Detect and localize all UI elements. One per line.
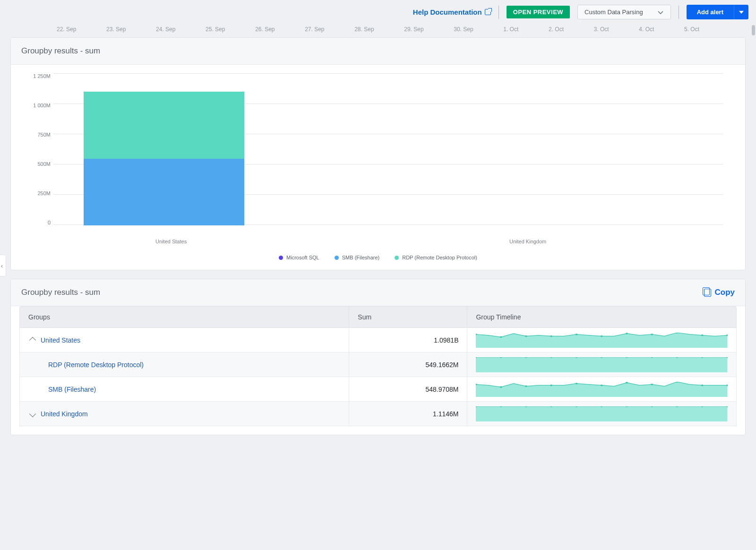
- table-header-row: Groups Sum Group Timeline: [19, 306, 737, 328]
- svg-point-25: [550, 384, 553, 386]
- date-tick: 29. Sep: [404, 26, 423, 33]
- y-tick: 500M: [21, 161, 51, 167]
- help-documentation-label: Help Documentation: [413, 8, 482, 16]
- date-tick: 30. Sep: [454, 26, 473, 33]
- svg-point-28: [626, 382, 628, 384]
- parsing-dropdown[interactable]: Custom Data Parsing: [577, 5, 671, 19]
- table-wrap: Groups Sum Group Timeline United States1…: [11, 306, 745, 435]
- table-row: United States1.0981B: [19, 328, 737, 352]
- legend-label: Microsoft SQL: [286, 255, 319, 260]
- table-cell-groups: RDP (Remote Desktop Protocol): [20, 352, 349, 377]
- open-preview-button[interactable]: OPEN PREVIEW: [507, 6, 570, 18]
- date-axis: 22. Sep23. Sep24. Sep25. Sep26. Sep27. S…: [0, 24, 756, 37]
- page-main: ‹ Groupby results - sum 1 250M1 000M750M…: [0, 37, 756, 454]
- y-tick: 250M: [21, 190, 51, 196]
- add-alert-button[interactable]: Add alert: [687, 5, 748, 19]
- table-column-groups[interactable]: Groups: [20, 307, 349, 327]
- svg-point-5: [601, 335, 603, 337]
- bar-stack[interactable]: [84, 92, 244, 225]
- table-cell-groups: SMB (Fileshare): [20, 377, 349, 401]
- table-column-sum[interactable]: Sum: [349, 307, 467, 327]
- svg-point-4: [576, 333, 578, 335]
- table-cell-groups: United Kingdom: [20, 402, 349, 426]
- sparkline[interactable]: [476, 333, 728, 348]
- add-alert-dropdown-toggle[interactable]: [734, 5, 748, 19]
- chart-panel-title: Groupby results - sum: [21, 46, 100, 56]
- table-cell-sum: 548.9708M: [349, 377, 467, 401]
- dropdown-selected: Custom Data Parsing: [584, 9, 643, 16]
- group-link[interactable]: United States: [41, 336, 80, 344]
- chevron-down-icon: [739, 11, 744, 14]
- date-tick: 2. Oct: [549, 26, 564, 33]
- x-label: United Kingdom: [509, 239, 546, 244]
- legend-label: RDP (Remote Desktop Protocol): [402, 255, 477, 260]
- legend-dot: [395, 256, 399, 260]
- table-panel-title: Groupby results - sum: [21, 288, 100, 297]
- legend-item[interactable]: SMB (Fileshare): [335, 255, 379, 260]
- chart-legend: Microsoft SQLSMB (Fileshare)RDP (Remote …: [21, 255, 735, 260]
- legend-dot: [279, 256, 283, 260]
- legend-dot: [335, 256, 339, 260]
- date-tick: 28. Sep: [354, 26, 374, 33]
- x-axis-labels: United StatesUnited Kingdom: [21, 239, 735, 247]
- table-cell-timeline: [467, 377, 736, 401]
- gridline: [53, 73, 723, 74]
- svg-point-3: [550, 335, 553, 337]
- scrollbar-thumb[interactable]: [752, 25, 755, 35]
- table-cell-sum: 1.0981B: [349, 328, 467, 352]
- x-label: United States: [155, 239, 187, 244]
- chevron-down-icon: [657, 9, 664, 16]
- chevron-down-icon[interactable]: [29, 410, 36, 417]
- svg-point-29: [651, 383, 653, 385]
- divider: [679, 6, 679, 19]
- svg-point-9: [701, 334, 704, 336]
- table-cell-groups: United States: [20, 328, 349, 352]
- table-cell-sum: 1.1146M: [349, 402, 467, 426]
- date-tick: 5. Oct: [684, 26, 699, 33]
- svg-point-26: [576, 382, 578, 384]
- external-link-icon: [485, 9, 491, 15]
- divider: [498, 6, 499, 19]
- group-link[interactable]: United Kingdom: [41, 410, 88, 418]
- svg-point-31: [701, 384, 704, 386]
- chart-panel-header: Groupby results - sum: [11, 38, 745, 65]
- chart-plot[interactable]: [53, 73, 723, 225]
- sparkline[interactable]: [476, 382, 728, 397]
- legend-item[interactable]: Microsoft SQL: [279, 255, 319, 260]
- y-tick: 750M: [21, 132, 51, 138]
- date-tick: 24. Sep: [156, 26, 175, 33]
- date-tick: 3. Oct: [594, 26, 609, 33]
- date-tick: 22. Sep: [57, 26, 76, 33]
- chart-body: 1 250M1 000M750M500M250M0 United StatesU…: [11, 65, 745, 270]
- table-panel: Groupby results - sum Copy Groups Sum Gr…: [10, 279, 746, 435]
- y-tick: 1 000M: [21, 103, 51, 108]
- table-panel-header: Groupby results - sum Copy: [11, 279, 745, 306]
- y-tick: 0: [21, 220, 51, 225]
- svg-point-27: [601, 384, 603, 386]
- chevron-up-icon[interactable]: [29, 336, 36, 343]
- table-column-timeline[interactable]: Group Timeline: [467, 307, 736, 327]
- y-axis: 1 250M1 000M750M500M250M0: [21, 73, 51, 225]
- group-link[interactable]: SMB (Fileshare): [48, 386, 96, 393]
- date-tick: 23. Sep: [106, 26, 126, 33]
- legend-item[interactable]: RDP (Remote Desktop Protocol): [395, 255, 477, 260]
- help-documentation-link[interactable]: Help Documentation: [413, 8, 491, 16]
- legend-label: SMB (Fileshare): [342, 255, 379, 260]
- table-cell-timeline: [467, 352, 736, 377]
- bar-segment[interactable]: [84, 159, 244, 225]
- copy-button[interactable]: Copy: [704, 288, 735, 297]
- chart-area: 1 250M1 000M750M500M250M0: [21, 73, 735, 234]
- top-bar: Help Documentation OPEN PREVIEW Custom D…: [0, 0, 756, 24]
- sparkline[interactable]: [476, 406, 728, 421]
- group-link[interactable]: RDP (Remote Desktop Protocol): [48, 361, 144, 369]
- chart-panel: Groupby results - sum 1 250M1 000M750M50…: [10, 37, 746, 270]
- table-cell-timeline: [467, 402, 736, 426]
- date-tick: 4. Oct: [639, 26, 654, 33]
- copy-icon: [704, 289, 711, 297]
- table-row: SMB (Fileshare)548.9708M: [19, 377, 737, 402]
- date-tick: 26. Sep: [255, 26, 275, 33]
- sparkline[interactable]: [476, 357, 728, 372]
- date-tick: 25. Sep: [206, 26, 225, 33]
- sidebar-collapse-toggle[interactable]: ‹: [0, 255, 6, 276]
- bar-segment[interactable]: [84, 92, 244, 158]
